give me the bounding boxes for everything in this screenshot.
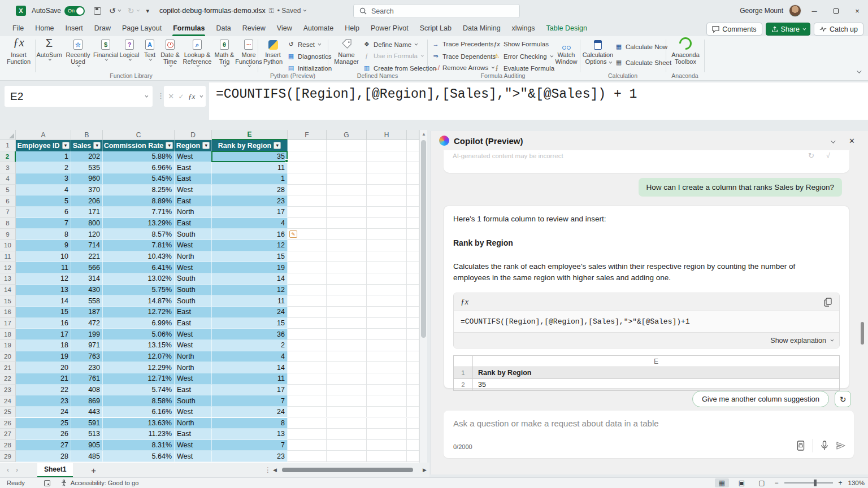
cell-H14[interactable] — [367, 285, 407, 296]
cell-A18[interactable]: 17 — [16, 329, 71, 340]
row-header-22[interactable]: 22 — [0, 373, 16, 385]
cell-E15[interactable]: 11 — [212, 295, 288, 307]
cell-F28[interactable] — [288, 440, 327, 451]
trace-dependents-button[interactable]: ⇒Trace Dependents — [432, 53, 496, 60]
prompt-guide-icon[interactable] — [796, 441, 805, 451]
reset-button[interactable]: ↺Reset — [287, 41, 320, 48]
cell-C8[interactable]: 13.29% — [103, 218, 175, 229]
cell-G18[interactable] — [327, 329, 367, 340]
row-header-23[interactable]: 23 — [0, 385, 16, 396]
autosum-button[interactable]: ΣAutoSum — [36, 38, 62, 61]
cell-H29[interactable] — [367, 451, 407, 462]
logical-button[interactable]: ?Logical — [119, 38, 140, 61]
cell-E14[interactable]: 12 — [212, 285, 288, 296]
cell-D8[interactable]: East — [175, 218, 212, 229]
column-header-D[interactable]: D — [175, 130, 212, 140]
column-header-G[interactable]: G — [327, 130, 367, 140]
cell-G1[interactable] — [327, 140, 367, 151]
cell-G3[interactable] — [327, 162, 367, 173]
accessibility-status[interactable]: Accessibility: Good to go — [71, 480, 138, 486]
cell-C3[interactable]: 6.96% — [103, 162, 175, 173]
cell-G9[interactable] — [327, 229, 367, 240]
cell-E3[interactable]: 11 — [212, 162, 288, 173]
cell-A14[interactable]: 13 — [16, 285, 71, 296]
cell-B12[interactable]: 566 — [71, 262, 103, 273]
cell-B16[interactable]: 187 — [71, 307, 103, 318]
cell-H1[interactable] — [367, 140, 407, 151]
scroll-left-icon[interactable]: ◀ — [273, 467, 277, 473]
cell-G13[interactable] — [327, 273, 367, 285]
cell-E26[interactable]: 8 — [212, 418, 288, 429]
cell-F7[interactable] — [288, 207, 327, 218]
cell-C14[interactable]: 5.75% — [103, 285, 175, 296]
save-icon[interactable] — [94, 7, 101, 15]
cell-A3[interactable]: 2 — [16, 162, 71, 173]
filter-icon-C[interactable]: ▾ — [166, 142, 173, 149]
cell-B5[interactable]: 370 — [71, 185, 103, 196]
cell-D3[interactable]: East — [175, 162, 212, 173]
cell-D11[interactable]: North — [175, 251, 212, 263]
cell-B4[interactable]: 960 — [71, 173, 103, 185]
cell-A15[interactable]: 14 — [16, 295, 71, 307]
cell-C21[interactable]: 12.29% — [103, 362, 175, 373]
cell-G10[interactable] — [327, 240, 367, 251]
comments-button[interactable]: Comments — [706, 23, 762, 36]
cell-H9[interactable] — [367, 229, 407, 240]
cell-A5[interactable]: 4 — [16, 185, 71, 196]
cell-C12[interactable]: 6.41% — [103, 262, 175, 273]
cell-B3[interactable]: 535 — [71, 162, 103, 173]
cell-H22[interactable] — [367, 373, 407, 385]
confirm-entry-icon[interactable]: ✓ — [179, 93, 184, 101]
row-header-5[interactable]: 5 — [0, 185, 16, 196]
feedback-icon[interactable]: √ — [826, 151, 830, 160]
cell-G11[interactable] — [327, 251, 367, 263]
copilot-scrollbar-thumb[interactable] — [861, 322, 864, 345]
column-header-C[interactable]: C — [103, 130, 175, 140]
cell-A27[interactable]: 26 — [16, 429, 71, 440]
close-button[interactable]: × — [847, 0, 868, 21]
cell-E25[interactable]: 24 — [212, 407, 288, 418]
row-header-29[interactable]: 29 — [0, 451, 16, 462]
microphone-icon[interactable] — [821, 441, 828, 451]
cell-B9[interactable]: 120 — [71, 229, 103, 240]
cell-C27[interactable]: 11.23% — [103, 429, 175, 440]
column-header-F[interactable]: F — [288, 130, 327, 140]
cell-G6[interactable] — [327, 195, 367, 207]
trace-precedents-button[interactable]: →Trace Precedents — [432, 41, 493, 47]
cell-H15[interactable] — [367, 295, 407, 307]
row-header-28[interactable]: 28 — [0, 440, 16, 451]
calculate-now-button[interactable]: ▦Calculate Now — [615, 43, 667, 50]
cell-C28[interactable]: 8.31% — [103, 440, 175, 451]
cell-D10[interactable]: West — [175, 240, 212, 251]
cell-G12[interactable] — [327, 262, 367, 273]
tab-script-lab[interactable]: Script Lab — [414, 21, 457, 36]
calculation-options-button[interactable]: Calculation Options — [583, 38, 613, 65]
cell-B13[interactable]: 314 — [71, 273, 103, 285]
row-header-10[interactable]: 10 — [0, 240, 16, 251]
row-header-2[interactable]: 2 — [0, 151, 16, 163]
cell-B25[interactable]: 443 — [71, 407, 103, 418]
tab-review[interactable]: Review — [237, 21, 271, 36]
cell-E16[interactable]: 24 — [212, 307, 288, 318]
cell-H18[interactable] — [367, 329, 407, 340]
cell-H3[interactable] — [367, 162, 407, 173]
cell-B19[interactable]: 971 — [71, 340, 103, 351]
saved-dropdown-icon[interactable] — [303, 8, 307, 12]
cell-A4[interactable]: 3 — [16, 173, 71, 185]
cell-B27[interactable]: 513 — [71, 429, 103, 440]
financial-button[interactable]: $Financial — [94, 38, 118, 61]
row-header-7[interactable]: 7 — [0, 207, 16, 218]
cell-C24[interactable]: 8.58% — [103, 395, 175, 407]
cell-E29[interactable]: 23 — [212, 451, 288, 462]
tab-view[interactable]: View — [271, 21, 298, 36]
cell-D22[interactable]: West — [175, 373, 212, 385]
cell-A25[interactable]: 24 — [16, 407, 71, 418]
vertical-scrollbar[interactable]: ▲ — [419, 130, 427, 463]
cell-A9[interactable]: 8 — [16, 229, 71, 240]
cell-D2[interactable]: West — [175, 151, 212, 163]
cell-C17[interactable]: 6.99% — [103, 318, 175, 329]
cell-G26[interactable] — [327, 418, 367, 429]
row-header-13[interactable]: 13 — [0, 273, 16, 285]
avatar[interactable] — [789, 5, 801, 17]
cell-D6[interactable]: East — [175, 195, 212, 207]
